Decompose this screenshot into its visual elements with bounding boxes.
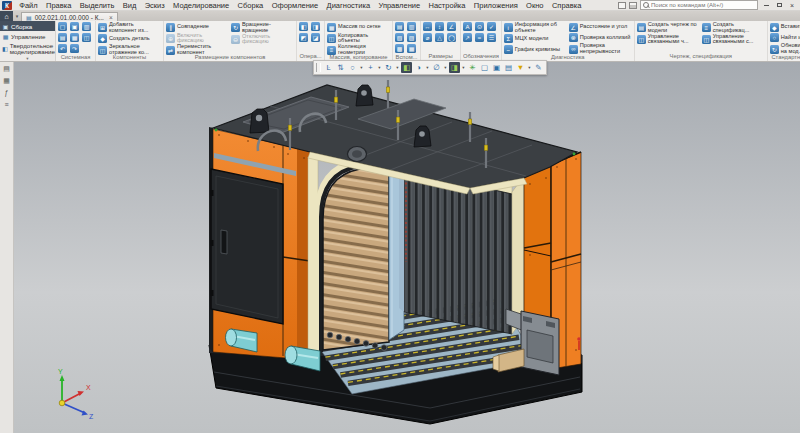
redo-icon[interactable]: ↷: [70, 44, 79, 53]
text-annotation-icon[interactable]: A: [463, 22, 472, 31]
menu-file[interactable]: Файл: [15, 1, 42, 10]
arc-dimension-icon[interactable]: ◯: [447, 33, 456, 42]
rotate-view-icon[interactable]: ↻: [383, 62, 394, 73]
home-button[interactable]: ⌂: [0, 11, 13, 21]
command-search[interactable]: [640, 0, 758, 10]
menu-view[interactable]: Вид: [119, 1, 141, 10]
ribbon-display-icon[interactable]: [629, 2, 637, 9]
menu-modeling[interactable]: Моделирование: [169, 1, 234, 10]
enable-fix-button[interactable]: ⊕ Включить фиксацию: [166, 33, 229, 45]
leader-annotation-icon[interactable]: ↗: [463, 33, 472, 42]
document-props-icon[interactable]: ▤: [503, 62, 514, 73]
model-tree-icon[interactable]: Ŀ: [323, 62, 334, 73]
document-tab[interactable]: ▤ 002.021.01.00.000 - К... ×: [21, 12, 118, 21]
diameter-dimension-icon[interactable]: ⌀: [423, 33, 432, 42]
marking-annotation-icon[interactable]: ☰: [487, 33, 496, 42]
display-mode-icon[interactable]: ◑: [413, 62, 424, 73]
mode-management[interactable]: ▦ Управление: [0, 31, 55, 41]
aux-surface-icon[interactable]: ▦: [407, 44, 416, 53]
menu-edit[interactable]: Правка: [42, 1, 76, 10]
dropdown-arrow-icon[interactable]: ▾: [443, 65, 448, 70]
dropdown-arrow-icon[interactable]: ▾: [395, 65, 400, 70]
menu-window[interactable]: Окно: [522, 1, 548, 10]
tolerance-annotation-icon[interactable]: ✓: [487, 22, 496, 31]
menu-help[interactable]: Справка: [548, 1, 586, 10]
add-component-button[interactable]: ⊞ Добавить компонент из...: [98, 22, 161, 34]
section-operation-icon[interactable]: ◨: [311, 22, 320, 31]
trim-operation-icon[interactable]: ◪: [311, 33, 320, 42]
coincident-mate-button[interactable]: ∥ Совпадение: [166, 22, 229, 33]
create-bom-button[interactable]: ≡ Создать спецификац...: [702, 22, 765, 34]
aux-point-icon[interactable]: ▧: [395, 33, 404, 42]
distance-angle-button[interactable]: ∠ Расстояние и угол: [569, 22, 632, 33]
undo-icon[interactable]: ↶: [58, 44, 67, 53]
new-document-icon[interactable]: ▢: [58, 22, 67, 31]
dropdown-arrow-icon[interactable]: ▾: [377, 65, 382, 70]
manage-linked-drawings-button[interactable]: ◫ Управление связанными ч...: [637, 34, 700, 46]
create-drawing-button[interactable]: ▤ Создать чертеж по модели: [637, 22, 700, 34]
angle-dimension-icon[interactable]: ∠: [447, 22, 456, 31]
datum-annotation-icon[interactable]: ⊙: [475, 22, 484, 31]
zoom-icon[interactable]: ○: [347, 62, 358, 73]
viewport-3d[interactable]: Y X Z: [14, 62, 800, 433]
preview-icon[interactable]: ▦: [70, 33, 79, 42]
disable-fix-button[interactable]: ⊖ Отключить фиксацию: [231, 34, 294, 46]
variables-panel-icon[interactable]: ƒ: [2, 88, 12, 97]
dropdown-arrow-icon[interactable]: ▾: [527, 65, 532, 70]
structure-panel-icon[interactable]: ▦: [2, 76, 12, 85]
menu-layout[interactable]: Оформление: [267, 1, 322, 10]
print-icon[interactable]: ▤: [58, 33, 67, 42]
manage-linked-bom-button[interactable]: ◫ Управление связанными с...: [702, 34, 765, 46]
aux-contour-icon[interactable]: ▩: [395, 44, 404, 53]
roughness-annotation-icon[interactable]: ≈: [475, 33, 484, 42]
menu-settings[interactable]: Настройка: [424, 1, 469, 10]
radial-dimension-icon[interactable]: △: [435, 33, 444, 42]
menu-assembly[interactable]: Сборка: [233, 1, 267, 10]
vertical-dimension-icon[interactable]: ↕: [435, 22, 444, 31]
aux-cs-icon[interactable]: ▨: [407, 33, 416, 42]
boiler-assembly-model[interactable]: Y X Z: [14, 62, 800, 433]
aux-plane-icon[interactable]: ▤: [395, 22, 404, 31]
mass-properties-button[interactable]: Σ МЦХ модели: [504, 34, 567, 45]
linear-dimension-icon[interactable]: ↔: [423, 22, 432, 31]
insert-element-button[interactable]: ◆ Вставить элемент: [770, 22, 800, 33]
object-info-button[interactable]: i Информация об объекте: [504, 22, 567, 34]
dropdown-arrow-icon[interactable]: ▾: [359, 65, 364, 70]
menu-management[interactable]: Управление: [374, 1, 424, 10]
close-button[interactable]: ×: [787, 1, 797, 10]
rotation-mate-button[interactable]: ↻ Вращение-вращение: [231, 22, 294, 34]
tile-windows-icon[interactable]: ▣: [491, 62, 502, 73]
restore-button[interactable]: [774, 1, 784, 10]
new-window-icon[interactable]: ▢: [479, 62, 490, 73]
grid-array-button[interactable]: ▦ Массив по сетке: [327, 22, 390, 33]
mode-assembly[interactable]: ▣ Сборка: [0, 21, 55, 31]
save-icon[interactable]: ▥: [82, 22, 91, 31]
panels-menu-icon[interactable]: ≡: [2, 100, 12, 109]
app-logo-icon[interactable]: К: [2, 1, 12, 10]
interface-layout-icon[interactable]: [618, 2, 626, 9]
toolbar-drag-handle[interactable]: [316, 63, 321, 72]
pan-icon[interactable]: +: [365, 62, 376, 73]
split-operation-icon[interactable]: ◩: [299, 33, 308, 42]
parameters-panel-icon[interactable]: ▤: [2, 64, 12, 73]
orientation-icon[interactable]: ◧: [401, 62, 412, 73]
aux-axis-icon[interactable]: ▥: [407, 22, 416, 31]
dropdown-arrow-icon[interactable]: ▾: [425, 65, 430, 70]
home-dropdown-icon[interactable]: ▾: [13, 11, 21, 21]
fit-all-icon[interactable]: ✳: [467, 62, 478, 73]
dropdown-arrow-icon[interactable]: ▾: [461, 65, 466, 70]
menu-sketch[interactable]: Эскиз: [140, 1, 168, 10]
tab-close-icon[interactable]: ×: [109, 14, 113, 21]
door-handle[interactable]: [221, 230, 227, 254]
open-document-icon[interactable]: ▣: [70, 22, 79, 31]
front-door[interactable]: [211, 169, 284, 324]
section-view-icon[interactable]: ◨: [449, 62, 460, 73]
search-input[interactable]: [651, 2, 755, 8]
mode-panel-expander[interactable]: ▾: [0, 56, 55, 61]
menu-select[interactable]: Выделить: [76, 1, 119, 10]
sketch-edit-icon[interactable]: ✎: [533, 62, 544, 73]
menu-applications[interactable]: Приложения: [470, 1, 522, 10]
menu-diagnostics[interactable]: Диагностика: [322, 1, 374, 10]
boolean-operation-icon[interactable]: ◧: [299, 22, 308, 31]
properties-icon[interactable]: ◫: [82, 33, 91, 42]
